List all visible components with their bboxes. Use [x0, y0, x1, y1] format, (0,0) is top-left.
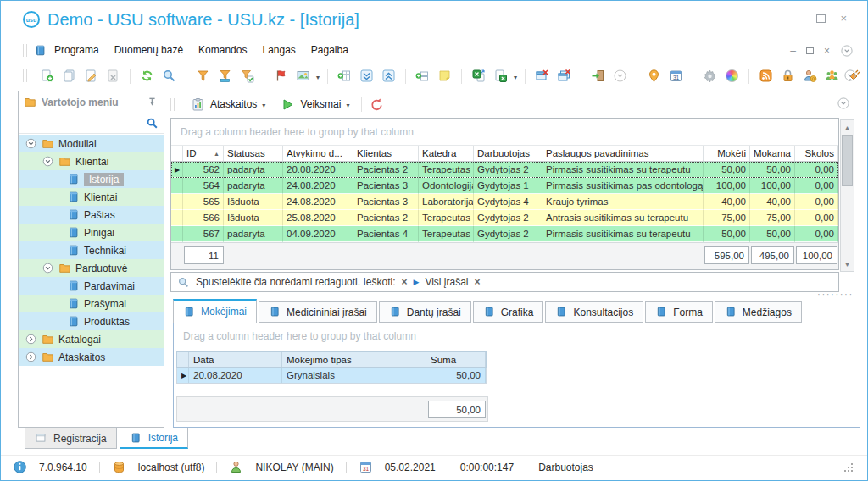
collapse-node-icon[interactable]: [25, 137, 37, 150]
menu-komandos[interactable]: Komandos: [191, 40, 254, 60]
cell[interactable]: Gydytojas 2: [474, 162, 542, 178]
scroll-up-button[interactable]: ▲: [841, 120, 854, 134]
clear-search-icon[interactable]: ×: [401, 276, 407, 288]
tab-konsultacijos[interactable]: Konsultacijos: [545, 301, 643, 323]
mdi-restore-button[interactable]: [806, 47, 814, 54]
cell[interactable]: Išduota: [224, 194, 283, 210]
colors-button[interactable]: [723, 67, 741, 85]
menu-programa[interactable]: Programa: [47, 40, 107, 60]
filter-scope-label[interactable]: Visi įrašai: [425, 276, 468, 288]
cell[interactable]: 50,00: [704, 226, 750, 242]
flag-button[interactable]: [272, 67, 290, 85]
cell[interactable]: Pacientas 4: [353, 226, 419, 242]
copy-record-button[interactable]: [60, 67, 78, 85]
tree-item-pardavimai[interactable]: Pardavimai: [19, 277, 164, 295]
column-header-mokama[interactable]: Mokama: [750, 146, 795, 161]
cell[interactable]: Pacientas 2: [353, 210, 419, 226]
cell[interactable]: 40,00: [704, 194, 750, 210]
tree-item-pinigai[interactable]: Pinigai: [19, 224, 164, 241]
column-header-data[interactable]: Data: [189, 352, 282, 367]
column-header-moketi[interactable]: Mokėti: [704, 146, 750, 161]
rss-button[interactable]: [757, 67, 775, 85]
tree-item-produktas[interactable]: Produktas: [19, 312, 164, 330]
column-header-darbuotojas[interactable]: Darbuotojas: [474, 146, 542, 161]
cell[interactable]: 566: [183, 210, 224, 226]
cell[interactable]: Pacientas 3: [353, 178, 419, 194]
expand-node-icon[interactable]: [25, 333, 37, 346]
column-header-statusas[interactable]: Statusas: [224, 146, 283, 161]
column-header-id[interactable]: ID: [183, 146, 224, 161]
collapse-node-icon[interactable]: [42, 155, 54, 168]
filter-edit-hint[interactable]: Spustelėkite čia norėdami redaguoti. Ieš…: [196, 276, 395, 288]
table-row[interactable]: 565 Išduota 24.08.2020 Pacientas 3 Labor…: [171, 194, 838, 210]
users-button[interactable]: [823, 67, 841, 85]
scrollbar-thumb[interactable]: [842, 135, 853, 186]
menu-pagalba[interactable]: Pagalba: [303, 40, 356, 60]
overflow-button[interactable]: [611, 67, 629, 85]
excel-export-button[interactable]: [470, 67, 487, 85]
tab-registracija[interactable]: Registracija: [25, 428, 117, 449]
column-header-atvykimo[interactable]: Atvykimo d...: [283, 146, 353, 161]
exit-button[interactable]: [589, 67, 607, 85]
record-toolbar-overflow-button[interactable]: [837, 97, 850, 110]
mdi-close-button[interactable]: ×: [824, 45, 830, 57]
search-button[interactable]: [160, 67, 178, 85]
toolbar-grip[interactable]: [170, 98, 175, 111]
toolbar-overflow-button[interactable]: [843, 69, 857, 82]
cell[interactable]: Grynaisiais: [282, 368, 426, 383]
cell[interactable]: Terapeutas: [419, 162, 474, 178]
cell[interactable]: 75,00: [704, 210, 750, 226]
splitter-handle[interactable]: ········: [817, 292, 854, 297]
filter-button[interactable]: [194, 67, 212, 85]
cell[interactable]: Išduota: [224, 210, 283, 226]
column-header-klientas[interactable]: Klientas: [353, 146, 419, 161]
search-icon[interactable]: [146, 117, 159, 130]
cell[interactable]: 0,00: [795, 194, 838, 210]
cell[interactable]: Terapeutas: [419, 226, 474, 242]
tab-medicininiai-irasai[interactable]: Medicininiai įrašai: [259, 301, 377, 323]
cell[interactable]: 20.08.2020: [189, 368, 282, 383]
tree-item-katalogai[interactable]: Katalogai: [19, 330, 164, 348]
play-filter-icon[interactable]: [413, 278, 419, 286]
cell[interactable]: 100,00: [704, 178, 750, 194]
tree-item-istorija[interactable]: Istorija: [19, 170, 164, 188]
cell[interactable]: 50,00: [750, 162, 795, 178]
image-dropdown-arrow-icon[interactable]: [316, 70, 320, 82]
cell[interactable]: 40,00: [750, 194, 795, 210]
resize-grip[interactable]: [841, 460, 855, 474]
filter-edit-button[interactable]: [216, 67, 234, 85]
location-button[interactable]: [645, 67, 663, 85]
note-button[interactable]: [436, 67, 453, 85]
cell[interactable]: 50,00: [426, 368, 486, 383]
new-record-button[interactable]: [38, 67, 56, 85]
add-column-button[interactable]: [336, 67, 353, 85]
cell[interactable]: padaryta: [224, 178, 283, 194]
cell[interactable]: 50,00: [704, 162, 750, 178]
group-by-panel[interactable]: Drag a column header here to group by th…: [174, 323, 860, 349]
column-header-skolos[interactable]: Skolos: [795, 146, 838, 161]
scroll-down-button[interactable]: ▼: [841, 257, 854, 271]
close-window-button[interactable]: [533, 67, 551, 85]
excel-dropdown-arrow-icon[interactable]: [514, 70, 517, 82]
tree-item-prasymai[interactable]: Prašymai: [19, 295, 164, 312]
pin-icon[interactable]: [146, 96, 159, 108]
cell[interactable]: Antrasis susitikimas su terapeutu: [542, 210, 704, 226]
excel-import-button[interactable]: [492, 67, 509, 85]
vertical-scrollbar[interactable]: ▲ ▼: [840, 119, 854, 272]
table-row[interactable]: 567 padaryta 04.09.2020 Pacientas 4 Tera…: [171, 226, 838, 242]
tree-item-moduliai[interactable]: Moduliai: [19, 135, 164, 152]
toolbar-grip[interactable]: [23, 44, 27, 57]
tree-item-klientai[interactable]: Klientai: [19, 188, 164, 206]
cell[interactable]: 100,00: [750, 178, 795, 194]
reports-button[interactable]: Ataskaitos: [184, 95, 271, 113]
menu-langas[interactable]: Langas: [254, 40, 303, 60]
tab-istorija[interactable]: Istorija: [120, 428, 188, 449]
cell[interactable]: Pirmasis susitikimas su terapeutu: [542, 226, 704, 242]
add-row-button[interactable]: [414, 67, 431, 85]
search-input[interactable]: [24, 116, 142, 131]
tab-mokejimai[interactable]: Mokėjimai: [173, 299, 257, 323]
tree-item-parduotuve[interactable]: Parduotuvė: [19, 259, 164, 277]
minimize-button[interactable]: –: [796, 13, 802, 24]
cell[interactable]: 50,00: [750, 226, 795, 242]
cell[interactable]: 564: [183, 178, 224, 194]
